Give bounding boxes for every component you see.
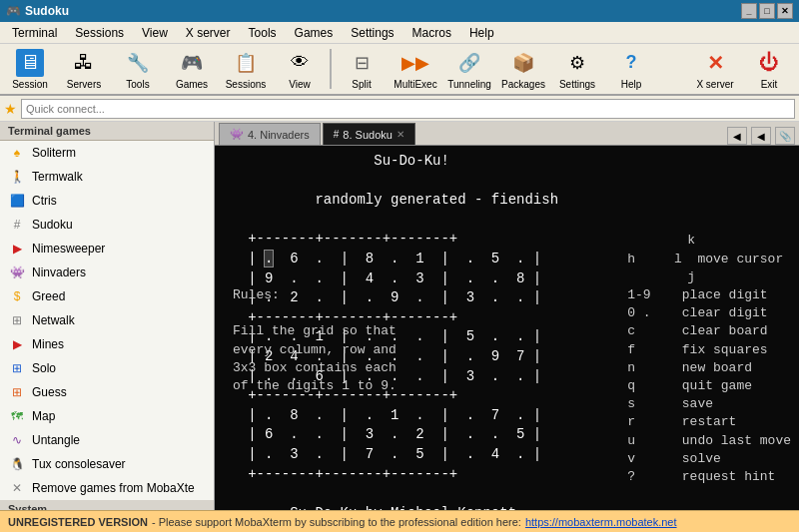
- solo-icon: ⊞: [8, 359, 26, 377]
- sidebar-item-solo[interactable]: ⊞ Solo: [0, 356, 214, 380]
- sidebar-item-nimesweeper[interactable]: ▶ Nimesweeper: [0, 237, 214, 261]
- tux-label: Tux consolesaver: [32, 457, 126, 471]
- menu-view[interactable]: View: [134, 24, 176, 42]
- content-area: 👾 4. Ninvaders # 8. Sudoku ✕ ◀ ◀ 📎 Su-Do…: [215, 122, 799, 510]
- sidebar-item-termwalk[interactable]: 🚶 Termwalk: [0, 165, 214, 189]
- packages-button[interactable]: 📦 Packages: [497, 45, 549, 93]
- menu-macros[interactable]: Macros: [404, 24, 459, 42]
- exit-button[interactable]: ⏻ Exit: [743, 45, 795, 93]
- soliterm-label: Soliterm: [32, 146, 76, 160]
- minimize-button[interactable]: _: [741, 3, 757, 19]
- sudoku-icon: #: [8, 216, 26, 234]
- view-label: View: [289, 79, 311, 90]
- status-link[interactable]: https://mobaxterm.mobatek.net: [525, 516, 677, 528]
- help-label: Help: [621, 79, 642, 90]
- terminal[interactable]: Su-Do-Ku! randomly generated - fiendish …: [215, 146, 799, 510]
- rules-header: Rules:: [233, 287, 280, 302]
- tools-label: Tools: [126, 79, 149, 90]
- soliterm-icon: ♠: [8, 144, 26, 162]
- xserver-right-label: X server: [696, 79, 733, 90]
- sidebar-item-ctris[interactable]: 🟦 Ctris: [0, 189, 214, 213]
- quick-connect-bar: ★: [0, 96, 799, 122]
- games-button[interactable]: 🎮 Games: [166, 45, 218, 93]
- menu-settings[interactable]: Settings: [343, 24, 401, 42]
- sidebar-item-guess[interactable]: ⊞ Guess: [0, 380, 214, 404]
- menu-tools[interactable]: Tools: [241, 24, 285, 42]
- close-button[interactable]: ✕: [777, 3, 793, 19]
- sidebar-item-map[interactable]: 🗺 Map: [0, 404, 214, 428]
- rules-panel: Rules: Fill the grid so thatevery column…: [233, 214, 447, 504]
- quick-connect-input[interactable]: [21, 99, 795, 119]
- sidebar-section-terminal-games: Terminal games: [0, 122, 214, 141]
- view-button[interactable]: 👁 View: [274, 45, 326, 93]
- main-area: Terminal games ♠ Soliterm 🚶 Termwalk 🟦 C…: [0, 122, 799, 510]
- terminal-overlay: Rules: Fill the grid so thatevery column…: [233, 214, 791, 504]
- split-button[interactable]: ⊟ Split: [336, 45, 388, 93]
- settings-icon: ⚙: [563, 49, 591, 77]
- help-button[interactable]: ? Help: [605, 45, 657, 93]
- menu-sessions[interactable]: Sessions: [67, 24, 132, 42]
- view-icon: 👁: [286, 49, 314, 77]
- settings-label: Settings: [559, 79, 595, 90]
- greed-icon: $: [8, 287, 26, 305]
- sidebar-item-sudoku[interactable]: # Sudoku: [0, 213, 214, 237]
- menu-xserver[interactable]: X server: [178, 24, 239, 42]
- tab-scroll-left[interactable]: ◀: [727, 127, 747, 145]
- sessions2-button[interactable]: 📋 Sessions: [220, 45, 272, 93]
- exit-label: Exit: [761, 79, 778, 90]
- solo-label: Solo: [32, 361, 56, 375]
- tabs-bar: 👾 4. Ninvaders # 8. Sudoku ✕ ◀ ◀ 📎: [215, 122, 799, 146]
- sidebar-item-tux[interactable]: 🐧 Tux consolesaver: [0, 452, 214, 476]
- title-bar-left: 🎮 Sudoku: [6, 4, 69, 18]
- multiexec-icon: ▶▶: [401, 49, 429, 77]
- help-icon: ?: [617, 49, 645, 77]
- servers-button[interactable]: 🖧 Servers: [58, 45, 110, 93]
- multiexec-button[interactable]: ▶▶ MultiExec: [390, 45, 441, 93]
- sidebar-item-soliterm[interactable]: ♠ Soliterm: [0, 141, 214, 165]
- tab-ninvaders[interactable]: 👾 4. Ninvaders: [219, 123, 321, 145]
- settings-button[interactable]: ⚙ Settings: [551, 45, 603, 93]
- tunneling-button[interactable]: 🔗 Tunneling: [443, 45, 495, 93]
- tabs-right-controls: ◀ ◀ 📎: [727, 127, 795, 145]
- status-bar: UNREGISTERED VERSION - Please support Mo…: [0, 510, 799, 532]
- untangle-label: Untangle: [32, 433, 80, 447]
- netwalk-icon: ⊞: [8, 311, 26, 329]
- sudoku-tab-close[interactable]: ✕: [397, 129, 404, 140]
- nimesweeper-label: Nimesweeper: [32, 242, 105, 256]
- remove-games-icon: ✕: [8, 479, 26, 497]
- menu-terminal[interactable]: Terminal: [4, 24, 65, 42]
- sidebar-item-greed[interactable]: $ Greed: [0, 284, 214, 308]
- sidebar: Terminal games ♠ Soliterm 🚶 Termwalk 🟦 C…: [0, 122, 215, 510]
- tab-sudoku[interactable]: # 8. Sudoku ✕: [323, 123, 415, 145]
- ctris-icon: 🟦: [8, 192, 26, 210]
- ninvaders-label: Ninvaders: [32, 266, 86, 279]
- sidebar-item-netwalk[interactable]: ⊞ Netwalk: [0, 308, 214, 332]
- ninvaders-tab-icon: 👾: [230, 128, 244, 141]
- app-title: Sudoku: [25, 4, 69, 18]
- menu-games[interactable]: Games: [287, 24, 342, 42]
- sidebar-item-remove-games[interactable]: ✕ Remove games from MobaXte: [0, 476, 214, 500]
- termwalk-label: Termwalk: [32, 170, 83, 184]
- split-label: Split: [352, 79, 371, 90]
- games-label: Games: [176, 79, 208, 90]
- termwalk-icon: 🚶: [8, 168, 26, 186]
- tab-scroll-right[interactable]: ◀: [751, 127, 771, 145]
- packages-label: Packages: [501, 79, 545, 90]
- tools-button[interactable]: 🔧 Tools: [112, 45, 164, 93]
- session-button[interactable]: 🖥 Session: [4, 45, 56, 93]
- menu-help[interactable]: Help: [461, 24, 502, 42]
- tunneling-icon: 🔗: [455, 49, 483, 77]
- tab-attach[interactable]: 📎: [775, 127, 795, 145]
- maximize-button[interactable]: □: [759, 3, 775, 19]
- remove-games-label: Remove games from MobaXte: [32, 481, 195, 495]
- sessions2-icon: 📋: [232, 49, 260, 77]
- mines-label: Mines: [32, 337, 64, 351]
- session-label: Session: [12, 79, 48, 90]
- status-message: - Please support MobaXterm by subscribin…: [152, 516, 521, 528]
- sudoku-tab-label: 8. Sudoku: [343, 129, 393, 141]
- sidebar-item-ninvaders[interactable]: 👾 Ninvaders: [0, 261, 214, 284]
- sidebar-item-untangle[interactable]: ∿ Untangle: [0, 428, 214, 452]
- xserver-right-button[interactable]: ✕ X server: [689, 45, 741, 93]
- sidebar-item-mines[interactable]: ▶ Mines: [0, 332, 214, 356]
- menu-bar: Terminal Sessions View X server Tools Ga…: [0, 22, 799, 44]
